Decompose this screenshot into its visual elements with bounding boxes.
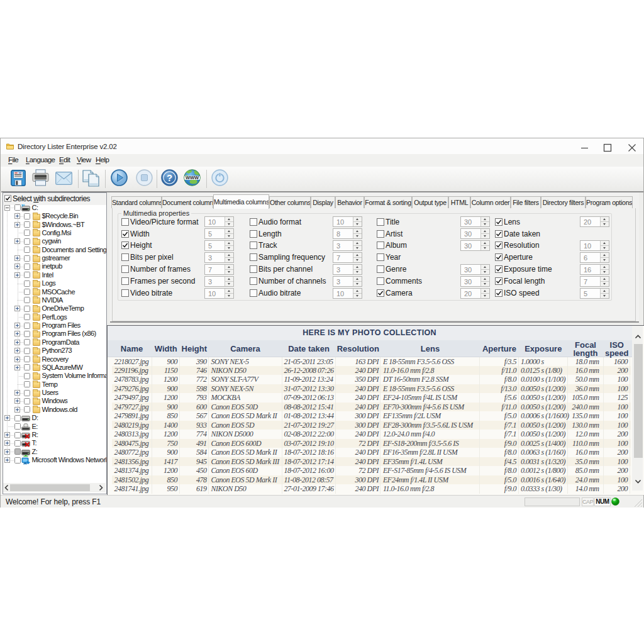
svg-text:WWW: WWW xyxy=(186,175,199,180)
svg-text:?: ? xyxy=(167,172,172,183)
